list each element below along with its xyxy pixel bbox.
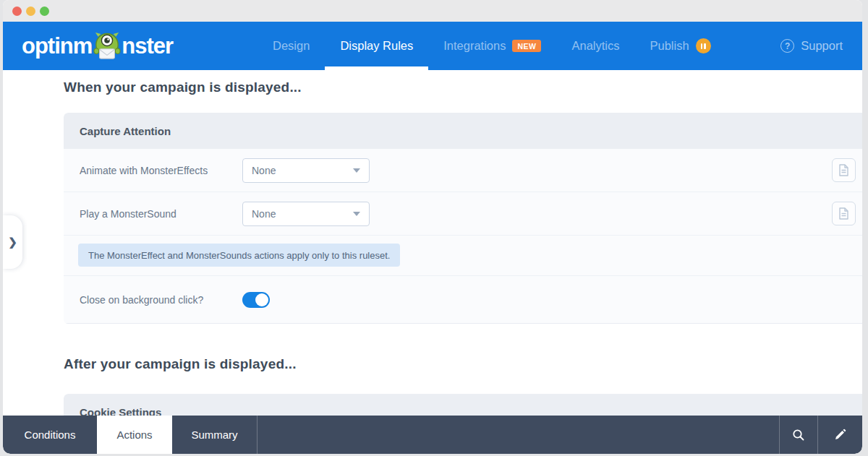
search-icon	[792, 429, 805, 442]
pause-status-icon	[696, 38, 711, 53]
monster-mascot-icon	[93, 30, 121, 68]
display-rules-content: When your campaign is displayed... Captu…	[3, 70, 862, 416]
nav-label-integrations: Integrations	[443, 39, 506, 53]
expand-sidebar-handle[interactable]: ❯	[3, 215, 22, 269]
fullscreen-window-icon[interactable]	[40, 7, 49, 16]
footer-tab-summary-label: Summary	[191, 429, 237, 441]
new-badge: NEW	[512, 40, 541, 52]
window-titlebar	[3, 0, 862, 22]
monstereffects-row: Animate with MonsterEffects None	[64, 149, 862, 192]
chevron-down-icon	[353, 168, 360, 173]
capture-attention-card: Capture Attention Animate with MonsterEf…	[64, 113, 862, 324]
edit-button[interactable]	[817, 416, 862, 454]
logo-text-suffix: nster	[122, 33, 173, 59]
nav-tab-analytics[interactable]: Analytics	[556, 22, 634, 70]
nav-tab-display-rules[interactable]: Display Rules	[325, 22, 428, 70]
monstersound-row: Play a MonsterSound None	[64, 192, 862, 236]
monstereffects-select-value: None	[252, 165, 276, 176]
footer-spacer	[258, 416, 779, 454]
background-click-label: Close on background click?	[80, 294, 242, 306]
monstereffects-doc-button[interactable]	[832, 158, 856, 182]
monstereffects-select[interactable]: None	[242, 158, 370, 183]
nav-label-publish: Publish	[650, 39, 689, 53]
card-title-capture-attention: Capture Attention	[64, 113, 862, 149]
top-navbar: optinm nster Design	[3, 22, 862, 70]
ruleset-note: The MonsterEffect and MonsterSounds acti…	[78, 244, 400, 267]
chevron-right-icon: ❯	[8, 236, 17, 249]
nav-tab-integrations[interactable]: Integrations NEW	[428, 22, 556, 70]
nav-label-analytics: Analytics	[571, 39, 619, 53]
when-displayed-heading: When your campaign is displayed...	[64, 79, 302, 95]
after-displayed-heading: After your campaign is displayed...	[64, 356, 297, 372]
ruleset-footer-bar: Conditions Actions Summary	[3, 416, 862, 454]
monstersound-select-value: None	[252, 208, 276, 220]
monstersound-doc-button[interactable]	[832, 202, 856, 225]
background-click-row: Close on background click?	[64, 276, 862, 324]
monstereffects-label: Animate with MonsterEffects	[80, 165, 242, 176]
question-circle-icon: ?	[780, 39, 794, 53]
card-title-cookie-settings: Cookie Settings	[64, 394, 862, 416]
search-button[interactable]	[779, 416, 817, 454]
document-icon	[838, 164, 849, 176]
cookie-settings-card: Cookie Settings	[64, 394, 862, 416]
footer-tab-summary[interactable]: Summary	[172, 416, 258, 454]
monstereffects-row-actions	[832, 158, 862, 182]
optinmonster-logo[interactable]: optinm nster	[22, 22, 173, 70]
monstersound-select[interactable]: None	[242, 202, 370, 226]
nav-label-display-rules: Display Rules	[340, 39, 413, 53]
main-nav: Design Display Rules Integrations NEW An…	[258, 22, 726, 70]
chevron-down-icon	[353, 212, 360, 216]
support-label: Support	[801, 39, 843, 53]
ruleset-note-row: The MonsterEffect and MonsterSounds acti…	[64, 236, 862, 276]
monstersound-row-actions	[832, 202, 862, 225]
footer-tab-conditions-label: Conditions	[25, 429, 76, 441]
monstersound-label: Play a MonsterSound	[80, 208, 242, 220]
logo-text-prefix: optinm	[22, 33, 92, 59]
footer-tab-conditions[interactable]: Conditions	[3, 416, 97, 454]
support-link[interactable]: ? Support	[780, 22, 843, 70]
close-window-icon[interactable]	[12, 7, 22, 16]
app-window: optinm nster Design	[3, 0, 862, 454]
background-click-toggle[interactable]	[242, 292, 270, 308]
nav-label-design: Design	[273, 39, 310, 53]
footer-tab-actions[interactable]: Actions	[97, 416, 172, 454]
document-icon	[838, 207, 849, 220]
minimize-window-icon[interactable]	[26, 7, 35, 16]
footer-tab-actions-label: Actions	[116, 429, 152, 441]
nav-tab-publish[interactable]: Publish	[635, 22, 726, 70]
pencil-icon	[834, 429, 846, 441]
nav-tab-design[interactable]: Design	[258, 22, 325, 70]
